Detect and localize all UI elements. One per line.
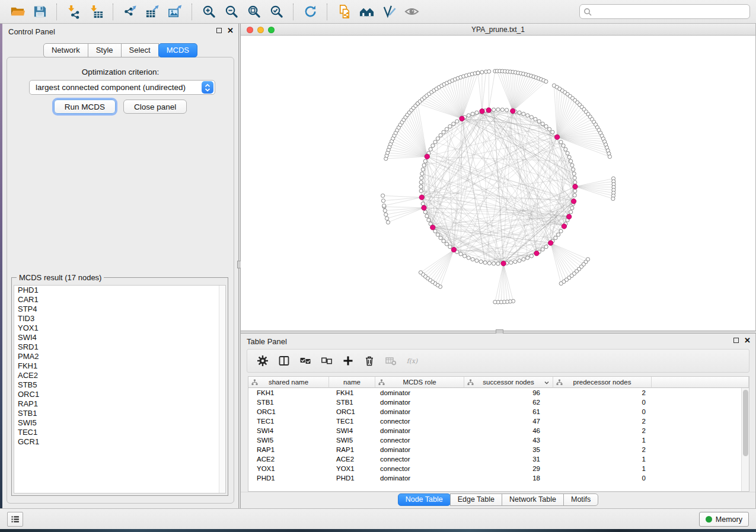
float-panel-icon[interactable] [216, 28, 222, 33]
refresh-icon[interactable] [299, 2, 321, 22]
table-scrollbar[interactable] [741, 388, 749, 491]
mcds-result-item[interactable]: RAP1 [14, 399, 225, 409]
mcds-result-item[interactable]: TID3 [14, 314, 225, 323]
export-table-icon[interactable] [141, 2, 164, 22]
table-row[interactable]: TEC1TEC1connector472 [248, 416, 749, 426]
import-network-icon[interactable] [62, 2, 85, 22]
cell-name: ACE2 [329, 454, 375, 464]
zoom-selected-icon[interactable] [265, 2, 288, 22]
unselect-all-icon[interactable] [316, 351, 337, 370]
float-table-panel-icon[interactable] [733, 338, 739, 343]
mcds-result-item[interactable]: STP4 [14, 305, 225, 314]
table-row[interactable]: FKH1FKH1dominator962 [248, 388, 749, 398]
column-header-predecessor-nodes[interactable]: predecessor nodes [553, 377, 652, 388]
status-bar: Memory [0, 508, 756, 529]
export-image-icon[interactable] [164, 2, 186, 22]
network-window-titlebar[interactable]: YPA_prune.txt_1 [241, 24, 755, 36]
table-tab-network-table[interactable]: Network Table [502, 493, 564, 506]
search-field[interactable] [579, 4, 750, 19]
gear-icon[interactable] [252, 351, 273, 370]
tab-mcds[interactable]: MCDS [158, 43, 197, 57]
tab-select[interactable]: Select [121, 43, 159, 57]
cell-name: FKH1 [329, 388, 375, 398]
mcds-result-item[interactable]: SWI5 [14, 418, 225, 428]
table-tab-node-table[interactable]: Node Table [398, 493, 451, 506]
mcds-result-item[interactable]: TEC1 [14, 428, 225, 437]
import-table-icon[interactable] [85, 2, 107, 22]
column-header-shared-name[interactable]: shared name [248, 377, 329, 388]
add-icon[interactable] [337, 351, 359, 370]
label-visibility-icon[interactable] [378, 2, 400, 22]
table-tab-edge-table[interactable]: Edge Table [450, 493, 502, 506]
zoom-out-icon[interactable] [220, 2, 243, 22]
overview-icon[interactable] [355, 2, 378, 22]
network-canvas[interactable] [241, 36, 756, 331]
mcds-result-item[interactable]: SRD1 [14, 342, 225, 352]
columns-icon[interactable] [273, 351, 295, 370]
mcds-result-item[interactable]: YOX1 [14, 323, 225, 333]
table-panel-header: Table Panel ✕ [241, 334, 755, 349]
graphics-details-icon[interactable] [400, 2, 423, 22]
control-panel-title: Control Panel [8, 27, 55, 36]
cell-mcds_role: dominator [375, 426, 464, 435]
table-scrollbar-thumb[interactable] [743, 390, 748, 456]
node-table[interactable]: shared namenameMCDS rolesuccessor nodesp… [248, 376, 749, 492]
cell-shared_name: SWI4 [248, 426, 329, 435]
zoom-in-icon[interactable] [197, 2, 220, 22]
optimization-criterion-label: Optimization criterion: [7, 68, 234, 76]
table-row[interactable]: SWI5SWI5connector431 [248, 435, 749, 445]
table-tab-motifs[interactable]: Motifs [563, 493, 598, 506]
mcds-result-item[interactable]: SWI4 [14, 333, 225, 342]
close-table-panel-icon[interactable]: ✕ [744, 337, 751, 344]
tab-network[interactable]: Network [43, 43, 88, 57]
sort-desc-icon[interactable] [544, 380, 550, 386]
mcds-result-item[interactable]: PMA2 [14, 352, 225, 361]
table-row[interactable]: SWI4SWI4dominator462 [248, 426, 749, 435]
mcds-result-item[interactable]: GCR1 [14, 437, 225, 447]
cell-mcds_role: dominator [375, 388, 464, 398]
export-network-icon[interactable] [119, 2, 141, 22]
tab-style[interactable]: Style [88, 43, 122, 57]
memory-button[interactable]: Memory [699, 512, 749, 527]
column-header-successor-nodes[interactable]: successor nodes [464, 377, 553, 388]
cell-predecessor_nodes: 2 [553, 426, 652, 435]
cell-successor_nodes: 31 [464, 454, 553, 464]
column-header-MCDS-role[interactable]: MCDS role [375, 377, 464, 388]
clone-network-icon[interactable] [333, 2, 355, 22]
table-row[interactable]: PHD1PHD1dominator180 [248, 473, 749, 483]
table-tabs: Node TableEdge TableNetwork TableMotifs [241, 492, 755, 507]
mcds-result-item[interactable]: CAR1 [14, 295, 225, 305]
optimization-criterion-select[interactable]: largest connected component (undirected) [29, 80, 215, 95]
table-row[interactable]: STB1STB1dominator620 [248, 398, 749, 407]
cell-name: YOX1 [329, 464, 375, 473]
save-icon[interactable] [28, 2, 51, 22]
mcds-result-item[interactable]: STB1 [14, 409, 225, 418]
table-row[interactable]: YOX1YOX1connector291 [248, 464, 749, 473]
table-row[interactable]: ORC1ORC1dominator610 [248, 407, 749, 416]
run-mcds-button[interactable]: Run MCDS [54, 100, 116, 114]
select-all-icon[interactable] [295, 351, 316, 370]
cell-predecessor_nodes: 2 [553, 445, 652, 454]
open-icon[interactable] [6, 2, 28, 22]
task-history-button[interactable] [7, 512, 23, 527]
mcds-result-list[interactable]: PHD1CAR1STP4TID3YOX1SWI4SRD1PMA2FKH1ACE2… [14, 285, 226, 493]
hierarchy-icon [251, 379, 258, 386]
zoom-fit-icon[interactable] [243, 2, 265, 22]
column-header-name[interactable]: name [329, 377, 375, 388]
mcds-result-item[interactable]: PHD1 [14, 286, 225, 295]
mcds-list-scrollbar[interactable] [219, 286, 225, 493]
mcds-result-item[interactable]: STB5 [14, 380, 225, 390]
table-row[interactable]: RAP1RAP1dominator352 [248, 445, 749, 454]
hierarchy-icon [556, 379, 563, 386]
table-row[interactable]: ACE2ACE2connector311 [248, 454, 749, 464]
cell-successor_nodes: 29 [464, 464, 553, 473]
mcds-result-item[interactable]: ORC1 [14, 390, 225, 399]
mcds-result-item[interactable]: ACE2 [14, 371, 225, 380]
trash-icon[interactable] [359, 351, 380, 370]
mcds-result-item[interactable]: FKH1 [14, 361, 225, 371]
fx-icon: f(x) [401, 351, 423, 370]
search-input[interactable] [579, 4, 750, 19]
close-panel-button[interactable]: Close panel [123, 100, 187, 114]
toolbar-separator [293, 4, 294, 20]
close-panel-icon[interactable]: ✕ [227, 27, 234, 34]
